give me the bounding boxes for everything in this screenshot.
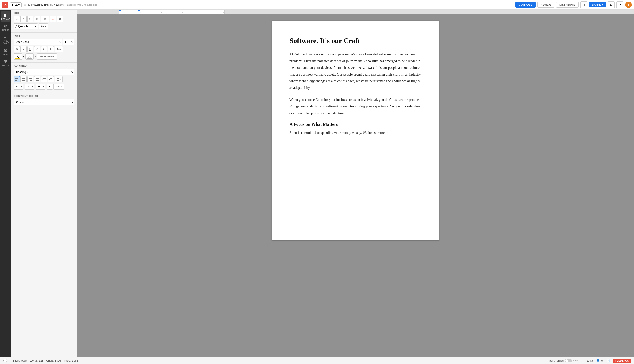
- document-page: Software. It's our Craft At Zoho, softwa…: [272, 21, 439, 240]
- pilcrow-button[interactable]: ¶: [47, 84, 53, 90]
- document-subheading-1: A Focus on What Matters: [290, 122, 421, 127]
- text-style-button[interactable]: Aa ▾: [39, 23, 48, 30]
- clear-format-button[interactable]: ✕: [57, 16, 63, 22]
- avatar: Z: [625, 2, 632, 8]
- doc-design-section-title: DOCUMENT DESIGN: [14, 95, 74, 97]
- multilevel-list-button[interactable]: ≣ ▾: [36, 84, 45, 90]
- edit-section-title: EDIT: [14, 12, 74, 14]
- users-count: 👤 (0): [596, 359, 604, 362]
- set-default-button[interactable]: Set as Default: [37, 54, 57, 60]
- sidebar-item-page-layout[interactable]: ◱ PAGELAYOUT: [1, 34, 10, 46]
- page-layout-icon: ◱: [4, 35, 8, 40]
- sidebar-item-view[interactable]: ◉ VIEW: [1, 46, 10, 57]
- help-button[interactable]: ?: [616, 1, 623, 8]
- bullet-list-button[interactable]: •≡ ▾: [14, 84, 23, 90]
- document-paragraph-2: When you choose Zoho for your business o…: [290, 96, 421, 116]
- document-paragraph-1: At Zoho, software is our craft and passi…: [290, 51, 421, 91]
- insert-icon: ⊕: [4, 24, 7, 28]
- review-tab[interactable]: REVIEW: [537, 2, 554, 8]
- indent-decrease-button[interactable]: [41, 76, 47, 82]
- redo-button[interactable]: ↻: [21, 16, 27, 22]
- italic-button[interactable]: I: [21, 46, 27, 52]
- highlight-color-button[interactable]: A: [25, 54, 34, 60]
- paragraph-section-title: PARAGRAPH: [14, 65, 74, 67]
- compose-tab[interactable]: COMPOSE: [515, 2, 535, 8]
- style-label: Quick Text: [18, 25, 34, 28]
- comment-icon[interactable]: 💬: [3, 359, 7, 362]
- indent-increase-button[interactable]: [48, 76, 54, 82]
- settings-button[interactable]: ⚙: [607, 1, 615, 8]
- font-size-select[interactable]: 14: [63, 39, 74, 45]
- present-button[interactable]: ⊞: [580, 1, 587, 8]
- distribute-tab[interactable]: DISTRIBUTE: [556, 2, 578, 8]
- sidebar-item-format[interactable]: ◧ FORMAT: [1, 12, 10, 22]
- page-indicator: Page: 1 of 2: [64, 359, 78, 362]
- case-button[interactable]: Aa▾: [55, 46, 63, 52]
- view-icon: ◉: [4, 48, 7, 53]
- paragraph-style-select[interactable]: Heading 2 Normal Heading 1 Heading 3: [14, 69, 74, 75]
- last-edit-text: Last edit was 2 minutes ago: [67, 4, 97, 6]
- cut-button[interactable]: ✂: [27, 16, 34, 22]
- align-left-button[interactable]: [14, 76, 20, 82]
- underline-button[interactable]: U: [27, 46, 34, 52]
- file-dropdown-arrow: ▾: [18, 3, 20, 6]
- file-label: FILE: [12, 3, 18, 6]
- line-spacing-button[interactable]: ▾: [55, 76, 63, 82]
- language-indicator[interactable]: ✓ English(US): [10, 359, 27, 362]
- font-family-select[interactable]: Open Sans: [14, 39, 62, 45]
- font-color-arrow[interactable]: ▾: [23, 56, 24, 58]
- document-area: Software. It's our Craft At Zoho, softwa…: [77, 14, 634, 357]
- page-thumbnail-icon[interactable]: 📄: [607, 359, 610, 362]
- style-dropdown[interactable]: A Quick Text ▾: [14, 23, 38, 30]
- track-changes-toggle[interactable]: Track Changes OFF: [547, 359, 578, 362]
- document-title: Software. It's our Craft: [28, 3, 63, 6]
- more-button[interactable]: More: [54, 84, 64, 90]
- undo-button[interactable]: ↺: [14, 16, 20, 22]
- bold-button[interactable]: B: [14, 46, 20, 52]
- align-right-button[interactable]: [27, 76, 34, 82]
- document-paragraph-3: Zoho is committed to spending your money…: [290, 130, 421, 136]
- feedback-button[interactable]: FEEDBACK: [613, 358, 631, 363]
- word-count: Words: 223: [30, 359, 43, 362]
- char-count: Chars: 1304: [47, 359, 61, 362]
- format-icon: ◧: [4, 13, 8, 18]
- highlight-button[interactable]: ▲: [50, 16, 56, 22]
- document-title-heading: Software. It's our Craft: [290, 36, 421, 45]
- numbered-list-button[interactable]: 1.≡ ▾: [25, 84, 34, 90]
- file-menu-button[interactable]: FILE ▾: [10, 2, 22, 7]
- zoom-level[interactable]: 100%: [586, 359, 593, 362]
- tools-icon: ✱: [4, 59, 7, 64]
- superscript-button[interactable]: A²: [41, 46, 47, 52]
- share-button[interactable]: SHARE ▾: [589, 2, 606, 8]
- doc-design-select[interactable]: Custom Default Modern: [14, 99, 74, 105]
- table-icon[interactable]: ⊞: [581, 359, 583, 362]
- align-center-button[interactable]: [21, 76, 27, 82]
- track-changes-switch[interactable]: [565, 359, 572, 362]
- font-section-title: FONT: [14, 35, 74, 37]
- subscript-button[interactable]: A₂: [48, 46, 54, 52]
- favorite-icon[interactable]: ☆: [23, 3, 27, 7]
- ruler: 1 2 3 4 5: [77, 10, 634, 14]
- style-arrow: ▾: [35, 25, 36, 28]
- paste-button[interactable]: ⎗▾: [41, 16, 49, 22]
- sidebar-item-insert[interactable]: ⊕ INSERT: [1, 22, 10, 32]
- strikethrough-button[interactable]: S: [34, 46, 40, 52]
- close-button[interactable]: ✕: [2, 2, 8, 8]
- sidebar-item-tools[interactable]: ✱ TOOLS: [1, 58, 10, 68]
- align-justify-button[interactable]: [34, 76, 40, 82]
- font-color-button[interactable]: A: [14, 54, 22, 60]
- copy-button[interactable]: ⧉: [34, 16, 40, 22]
- highlight-color-arrow[interactable]: ▾: [35, 56, 36, 58]
